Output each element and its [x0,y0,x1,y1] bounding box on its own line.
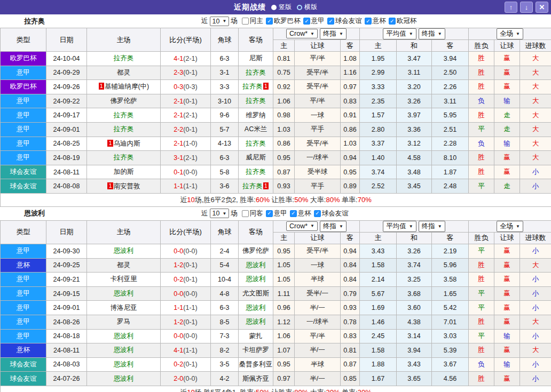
away-team-name: 蒙扎 [249,332,263,340]
league-filter-checkbox[interactable]: ✓欧冠杯 [389,17,417,26]
league-type-cell: 意甲 [1,108,46,123]
odds-source-select[interactable]: Crow* ▼ [286,221,318,231]
handicap-away-odds: 0.86 [341,122,360,137]
chevron-down-icon: ▼ [339,31,343,36]
avg-home-odds: 2.99 [360,66,397,80]
avg-away-odds: 3.94 [432,52,469,66]
avg-source-select[interactable]: 平均值 ▼ [383,28,416,39]
away-team-name: 恩波利 [246,261,266,269]
filter-row: 拉齐奥 近 10 ▼ 场 同主✓欧罗巴杯✓意甲✓球会友谊✓意杯✓欧冠杯 [0,14,551,28]
league-type-cell: 球会友谊 [1,357,46,372]
avg-home-odds: 5.67 [360,286,397,301]
league-filter-checkbox[interactable]: ✓意甲 [303,17,325,26]
avg-source-select[interactable]: 平均值 ▼ [383,221,416,232]
scope-select[interactable]: 全场 ▼ [497,221,523,232]
date-cell: 24-08-03 [46,357,87,372]
chevron-down-icon: ▼ [438,31,442,36]
date-cell: 24-08-11 [46,165,87,179]
handicap-home-odds: 0.97 [273,372,295,386]
checkbox-label: 同客 [250,209,263,218]
avg-time-select[interactable]: 终指 ▼ [419,28,445,39]
league-filter-checkbox[interactable]: ✓意甲 [266,209,287,218]
result-handicap: 走 [494,122,520,137]
away-team-name: 尼斯 [249,54,263,62]
radio-unselected-icon[interactable] [297,5,302,10]
home-team-name: 恩波利 [114,290,134,297]
avg-draw-odds: 4.38 [397,315,432,329]
checkbox-checked-icon[interactable]: ✓ [290,210,297,217]
header-subcol: 让球 [494,232,520,244]
checkbox-checked-icon[interactable]: ✓ [266,210,273,217]
avg-time-select[interactable]: 终指 ▼ [419,221,445,232]
fulltime-score: 1-2 [174,318,183,326]
league-filter-checkbox[interactable]: ✓意杯 [290,209,311,218]
away-team-name: 卡坦萨罗 [242,346,269,354]
result-goals: 小 [520,372,551,386]
handicap-home-odds: 0.96 [273,301,295,315]
score-cell: 2-1(0-1) [161,94,211,108]
avg-draw-odds: 3.26 [397,94,432,108]
handicap-away-odds: 1.03 [341,137,360,151]
score-cell: 0-1(0-0) [161,165,211,179]
corners-cell: 8-2 [211,343,239,358]
halftime-score: (0-0) [183,247,197,255]
league-filter-checkbox[interactable]: ✓球会友谊 [327,17,362,26]
scope-select[interactable]: 全场 ▼ [497,28,523,39]
score-cell: 0-0(0-0) [161,329,211,343]
odds-time-select[interactable]: 终指 ▼ [320,28,347,39]
result-goals: 小 [520,165,551,179]
scroll-down-button[interactable]: ↓ [520,2,533,13]
summary-segment: 60% [256,196,270,204]
checkbox-checked-icon[interactable]: ✓ [389,18,396,25]
date-cell: 24-08-19 [46,151,87,165]
checkbox-checked-icon[interactable]: ✓ [314,210,321,217]
league-filter-checkbox[interactable]: ✓欧罗巴杯 [266,17,301,26]
home-team-name: 乌迪内斯 [114,140,140,147]
layout-radio-vertical[interactable]: 竖版 [271,3,292,12]
result-goals: 小 [520,286,551,301]
handicap-line: 平/半 [295,329,341,343]
header-subcol: 进球数 [520,232,551,244]
scope-value: 全场 [500,222,513,231]
avg-header-group: 平均值 ▼ 终指 ▼ [360,28,469,40]
odds-time-select[interactable]: 终指 ▼ [320,221,347,232]
checkbox-unchecked-icon[interactable] [242,210,249,217]
same-venue-checkbox[interactable]: 同客 [242,209,263,218]
filter-row: 恩波利 近 10 ▼ 场 同客✓意甲✓意杯✓球会友谊 [0,207,551,220]
table-row: 意甲 24-09-01 博洛尼亚 1-1(1-1) 6-3 恩波利 0.96 半… [1,301,551,315]
checkbox-checked-icon[interactable]: ✓ [266,18,273,25]
league-type-cell: 意甲 [1,329,46,343]
handicap-home-odds: 1.03 [273,122,295,137]
scroll-up-button[interactable]: ↑ [505,2,517,13]
close-button[interactable]: ✕ [536,2,548,13]
match-count-select[interactable]: 10 ▼ [210,209,230,218]
halftime-score: (1-0) [183,140,197,147]
avg-draw-odds: 3.60 [397,301,432,315]
away-team-cell: 恩波利 [239,273,273,287]
league-filter-checkbox[interactable]: ✓意杯 [365,17,386,26]
checkbox-checked-icon[interactable]: ✓ [327,18,334,25]
result-outcome: 胜 [469,315,494,329]
checkbox-checked-icon[interactable]: ✓ [303,18,310,25]
league-type-cell: 意杯 [1,258,46,273]
layout-radio-horizontal[interactable]: 横版 [297,3,317,12]
odds-source-select[interactable]: Crow* ▼ [286,29,318,38]
result-outcome: 平 [469,286,494,301]
league-type-cell: 意甲 [1,137,46,151]
radio-selected-icon[interactable] [271,5,277,10]
home-team-name: 都灵 [117,261,130,269]
same-venue-checkbox[interactable]: 同主 [242,17,263,26]
match-count-select[interactable]: 10 ▼ [210,17,230,26]
avg-draw-odds: 3.26 [397,244,432,258]
summary-segment: 70% [358,196,372,204]
result-goals: 大 [520,343,551,358]
date-cell: 24-09-01 [46,122,87,137]
league-type-cell: 意甲 [1,122,46,137]
result-outcome: 胜 [469,108,494,123]
result-handicap: 赢 [494,301,520,315]
fulltime-score: 0-2 [174,361,183,368]
league-filter-checkbox[interactable]: ✓球会友谊 [314,209,349,218]
halftime-score: (0-1) [183,126,197,133]
checkbox-unchecked-icon[interactable] [242,18,249,25]
checkbox-checked-icon[interactable]: ✓ [365,18,372,25]
